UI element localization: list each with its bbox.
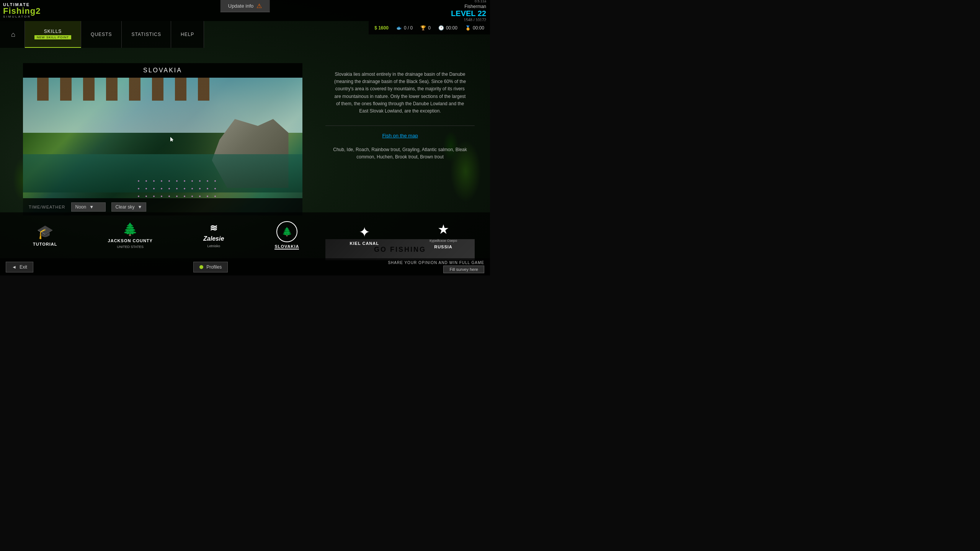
exit-arrow-icon: ◄ (12, 264, 16, 270)
fill-survey-button[interactable]: Fill survey here (443, 266, 484, 273)
weather-value: Clear sky (116, 204, 135, 210)
divider1 (325, 126, 475, 126)
kiel-compass-icon: ✦ (359, 225, 370, 239)
skills-tab-label: SKILLS (44, 29, 62, 34)
survey-area: SHARE YOUR OPINION AND WIN FULL GAME Fil… (388, 261, 484, 273)
slovakia-icon-circle: 🌲 (276, 221, 297, 242)
russia-name: RUSSIA (434, 245, 452, 249)
location-description: Slovakia lies almost entirely in the dra… (325, 63, 475, 122)
time-select[interactable]: Noon ▼ (71, 202, 106, 212)
slovakia-name: SLOVAKIA (274, 244, 299, 249)
money-value: $ 1600 (374, 25, 389, 31)
location-russia[interactable]: ★ Курейское Озеро RUSSIA (430, 222, 457, 249)
logo-simulator: SIMULATOR (3, 15, 41, 18)
help-tab-label: HELP (181, 32, 194, 37)
russia-star-icon: ★ (438, 222, 449, 237)
zalesie-sub: Letnisko (207, 244, 220, 248)
location-tutorial[interactable]: 🎓 TUTORIAL (33, 224, 57, 246)
logo-container: ULTIMATE Fishing2 SIMULATOR (3, 3, 41, 18)
location-kiel[interactable]: ✦ KIEL CANAL (350, 225, 379, 246)
location-jackson[interactable]: 🌲 JACKSON COUNTY UNITED STATES (108, 222, 153, 249)
nav-tab-quests[interactable]: QUESTS (81, 21, 122, 48)
weather-chevron-icon: ▼ (138, 204, 142, 210)
home-icon: ⌂ (11, 31, 15, 39)
jackson-icon: 🌲 (122, 222, 138, 236)
nav-home-button[interactable]: ⌂ (2, 21, 25, 48)
fish-stat: 🐟 0 / 0 (396, 25, 413, 31)
quests-tab-label: QUESTS (91, 32, 112, 37)
top-bar: ULTIMATE Fishing2 SIMULATOR Update info … (0, 0, 490, 21)
clock1-icon: 🕐 (438, 25, 444, 31)
logo-area: ULTIMATE Fishing2 SIMULATOR (0, 3, 61, 18)
weather-select[interactable]: Clear sky ▼ (111, 202, 147, 212)
exit-button[interactable]: ◄ Exit (6, 262, 33, 272)
tutorial-name: TUTORIAL (33, 242, 57, 246)
bridge-beams (37, 78, 219, 101)
tutorial-icon: 🎓 (37, 224, 54, 240)
money-stat: $ 1600 (374, 25, 389, 31)
jackson-name: JACKSON COUNTY (108, 238, 153, 243)
zalesie-name: Zalesie (203, 235, 224, 242)
location-title: SLOVAKIA (23, 63, 302, 78)
player-name: Fisherman (464, 4, 486, 9)
jackson-sub: UNITED STATES (117, 245, 144, 249)
nav-tab-skills[interactable]: SKILLS NEW SKILL POINT (25, 21, 81, 48)
statistics-tab-label: STATISTICS (131, 32, 161, 37)
update-bar[interactable]: Update info ⚠ (220, 0, 270, 12)
location-slovakia[interactable]: 🌲 SLOVAKIA (274, 221, 299, 249)
time2-value: 00:00 (473, 25, 484, 31)
location-image: TIME/WEATHER Noon ▼ Clear sky ▼ (23, 78, 302, 215)
logo-fishing: Fishing2 (3, 7, 41, 15)
kiel-name: KIEL CANAL (350, 241, 379, 246)
fish-map-link[interactable]: Fish on the map (325, 129, 475, 142)
nav-tab-statistics[interactable]: STATISTICS (122, 21, 171, 48)
time1-value: 00:00 (446, 25, 457, 31)
profiles-dot-icon (199, 265, 203, 269)
player-info: 0.5.11a Fisherman LEVEL 22 1548 / 10172 (451, 0, 490, 22)
flowers-area (135, 177, 219, 200)
russia-sub: Курейское Озеро (430, 239, 457, 243)
player-level: LEVEL 22 (451, 9, 486, 18)
nav-tab-help[interactable]: HELP (171, 21, 204, 48)
warning-icon: ⚠ (256, 2, 262, 10)
bottom-action-bar: ◄ Exit Profiles SHARE YOUR OPINION AND W… (0, 258, 490, 276)
update-label: Update info (228, 3, 254, 9)
time-value: Noon (75, 204, 87, 210)
nav-bar: ⌂ SKILLS NEW SKILL POINT QUESTS STATISTI… (0, 21, 204, 48)
trophy-stat: 🏆 0 (420, 25, 431, 31)
trophy-value: 0 (428, 25, 431, 31)
exit-label: Exit (20, 264, 27, 270)
stats-bar: $ 1600 🐟 0 / 0 🏆 0 🕐 00:00 🏅 00:00 (369, 21, 490, 34)
profiles-button[interactable]: Profiles (193, 262, 228, 272)
version-text: 0.5.11a (475, 0, 486, 3)
weather-label: TIME/WEATHER (29, 205, 65, 209)
bottom-locations-bar: 🎓 TUTORIAL 🌲 JACKSON COUNTY UNITED STATE… (0, 212, 490, 258)
survey-text: SHARE YOUR OPINION AND WIN FULL GAME (388, 261, 484, 265)
profiles-label: Profiles (206, 264, 222, 270)
trophy-icon: 🏆 (420, 25, 426, 31)
skills-badge: NEW SKILL POINT (34, 35, 71, 39)
fish-list: Chub, Ide, Roach, Rainbow trout, Graylin… (325, 142, 475, 165)
location-panel: SLOVAKIA TIME/WEATHER Noon ▼ Clear sky (23, 63, 302, 215)
slovakia-tree-icon: 🌲 (282, 227, 292, 237)
zalesie-icon: ≋ (210, 223, 217, 233)
fish-icon: 🐟 (396, 25, 402, 31)
time2-stat: 🏅 00:00 (465, 25, 484, 31)
fish-count: 0 / 0 (404, 25, 413, 31)
time1-stat: 🕐 00:00 (438, 25, 457, 31)
time-chevron-icon: ▼ (89, 204, 94, 210)
clock2-icon: 🏅 (465, 25, 471, 31)
location-zalesie[interactable]: ≋ Zalesie Letnisko (203, 223, 224, 248)
